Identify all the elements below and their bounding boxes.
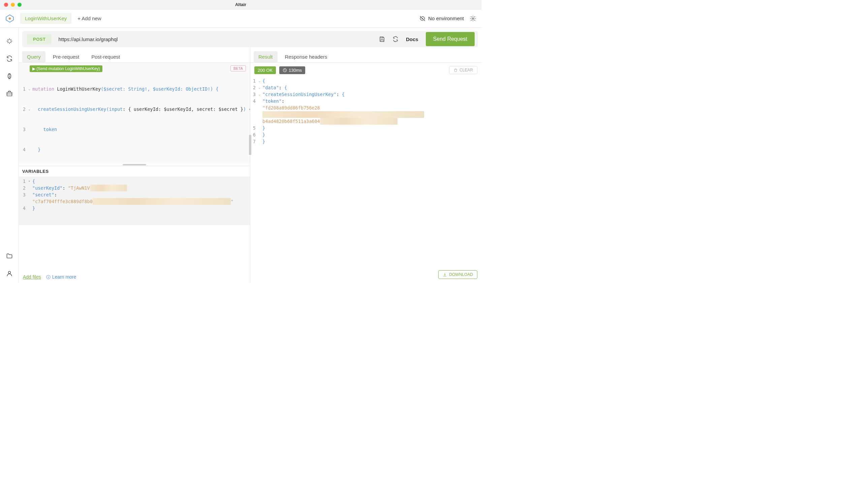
download-button[interactable]: DOWNLOAD [438, 270, 477, 279]
info-icon [46, 274, 51, 280]
traffic-lights [0, 3, 21, 7]
http-method-button[interactable]: POST [27, 34, 52, 45]
left-sidebar [0, 28, 19, 283]
titlebar: Altair [0, 0, 482, 10]
briefcase-icon[interactable] [6, 90, 13, 97]
learn-more-link[interactable]: Learn more [46, 274, 77, 280]
save-icon[interactable] [379, 36, 385, 42]
result-status-bar: 200 OK 130ms CLEAR [250, 63, 482, 78]
docs-button[interactable]: Docs [406, 36, 418, 42]
result-pane: Result Response headers 200 OK 130ms CLE… [250, 47, 482, 283]
variables-editor[interactable]: 1▾{ 2 "userKeyId": "TjAwN1Vxxxxxxxxxxxx … [19, 177, 250, 225]
eye-off-icon [419, 16, 425, 21]
settings-icon[interactable] [470, 16, 476, 21]
tab-result[interactable]: Result [254, 51, 278, 62]
clear-button[interactable]: CLEAR [449, 66, 477, 74]
clock-icon [283, 68, 287, 72]
window-close-icon[interactable] [4, 3, 8, 7]
reload-icon[interactable] [392, 36, 399, 42]
tab-post-request[interactable]: Post-request [87, 51, 125, 62]
variables-section: VARIABLES 1▾{ 2 "userKeyId": "TjAwN1Vxxx… [19, 166, 250, 271]
user-icon[interactable] [6, 270, 13, 277]
add-tab-button[interactable]: + Add new [78, 16, 101, 21]
trash-icon [453, 68, 458, 72]
app-logo-icon [5, 14, 14, 23]
svg-point-1 [9, 17, 11, 19]
run-mutation-hint[interactable]: ▶ (Send mutation LoginWithUserKey) [30, 65, 102, 72]
environment-label: No environment [428, 16, 464, 21]
query-pane: Query Pre-request Post-request ▶ (Send m… [19, 47, 250, 283]
folder-icon[interactable] [6, 253, 13, 259]
horizontal-splitter[interactable] [19, 164, 250, 166]
svg-point-2 [472, 18, 474, 19]
workspace-tab[interactable]: LoginWithUserKey [20, 13, 71, 24]
tab-pre-request[interactable]: Pre-request [48, 51, 84, 62]
editor-footer: Add files Learn more [19, 271, 250, 283]
response-time-badge: 130ms [279, 66, 305, 74]
variables-header: VARIABLES [19, 166, 250, 177]
download-icon [443, 272, 447, 277]
watch-icon[interactable] [6, 73, 13, 80]
window-zoom-icon[interactable] [18, 3, 21, 7]
tab-response-headers[interactable]: Response headers [280, 51, 332, 62]
url-bar: POST Docs Send Request [22, 31, 478, 47]
environment-selector[interactable]: No environment [419, 16, 464, 21]
svg-point-5 [8, 271, 11, 273]
result-viewer[interactable]: 1⌄{ 2⌄ "data": { 3⌄ "createSessionUsingU… [250, 78, 482, 145]
query-editor[interactable]: ▶ (Send mutation LoginWithUserKey) BETA … [19, 63, 250, 164]
url-input[interactable] [52, 36, 379, 42]
http-status-badge: 200 OK [254, 66, 276, 74]
sparkle-icon[interactable] [6, 38, 13, 45]
tab-query[interactable]: Query [22, 51, 46, 62]
window-minimize-icon[interactable] [11, 3, 15, 7]
send-request-button[interactable]: Send Request [426, 32, 475, 46]
window-title: Altair [235, 2, 246, 7]
topbar: LoginWithUserKey + Add new No environmen… [0, 10, 482, 28]
beta-badge: BETA [231, 65, 246, 71]
add-files-link[interactable]: Add files [23, 274, 41, 280]
sync-icon[interactable] [6, 55, 13, 62]
